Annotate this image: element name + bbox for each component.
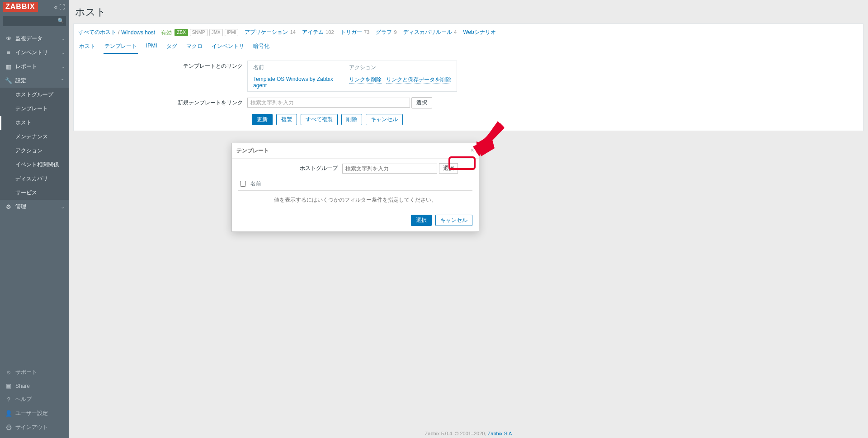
bar-chart-icon: ▥ — [5, 63, 13, 70]
unlink-clear-link[interactable]: リンクと保存データを削除 — [386, 76, 451, 84]
badge-jmx: JMX — [209, 29, 223, 36]
tab-host[interactable]: ホスト — [78, 41, 96, 54]
sidebar-search: 🔍 — [3, 16, 66, 26]
link-web[interactable]: Webシナリオ — [463, 29, 495, 35]
breadcrumb-all-hosts[interactable]: すべてのホスト — [78, 28, 116, 36]
eye-icon: 👁 — [5, 35, 13, 42]
sidebar-menu: 👁監視データ⌵ ≡インベントリ⌵ ▥レポート⌵ 🔧設定⌃ ホストグループ テンプ… — [0, 32, 69, 140]
label-link-new-template: 新規テンプレートをリンク — [78, 97, 247, 108]
page-title: ホスト — [75, 5, 863, 19]
button-row: 更新 複製 すべて複製 削除 キャンセル — [252, 114, 859, 125]
row-link-new-template: 新規テンプレートをリンク 選択 — [78, 97, 859, 108]
link-discovery[interactable]: ディスカバリルール — [403, 29, 452, 35]
sidebar-sub-hosts[interactable]: ホスト — [0, 116, 69, 130]
tab-templates[interactable]: テンプレート — [104, 41, 138, 54]
tab-ipmi[interactable]: IPMI — [145, 41, 158, 54]
breadcrumb-separator: / — [118, 29, 119, 36]
breadcrumb-host[interactable]: Windows host — [121, 29, 155, 36]
sidebar-item-config[interactable]: 🔧設定⌃ — [0, 74, 69, 88]
content-box: すべてのホスト / Windows host 有効 ZBX SNMP JMX I… — [73, 24, 863, 131]
sidebar-item-monitoring[interactable]: 👁監視データ⌵ — [0, 32, 69, 46]
popout-icon[interactable]: ⛶ — [58, 4, 66, 10]
th-name: 名前 — [249, 62, 344, 73]
unlink-link[interactable]: リンクを削除 — [349, 76, 382, 84]
new-template-input[interactable] — [247, 98, 410, 108]
sidebar-sub-hostgroups[interactable]: ホストグループ — [0, 88, 69, 102]
link-items[interactable]: アイテム — [302, 29, 324, 35]
th-action: アクション — [344, 62, 456, 73]
tab-macros[interactable]: マクロ — [185, 41, 203, 54]
sidebar: ZABBIX « ⛶ 🔍 👁監視データ⌵ ≡インベントリ⌵ ▥レポート⌵ 🔧設定… — [0, 0, 69, 140]
badge-snmp: SNMP — [190, 29, 208, 36]
full-clone-button[interactable]: すべて複製 — [301, 114, 338, 125]
chevron-down-icon: ⌵ — [61, 36, 64, 41]
status-enabled: 有効 — [160, 29, 173, 36]
cancel-button[interactable]: キャンセル — [366, 114, 403, 125]
brand-logo[interactable]: ZABBIX — [3, 2, 38, 12]
row-linked-templates: テンプレートとのリンク 名前 アクション Template OS Windows… — [78, 61, 859, 92]
label-linked-templates: テンプレートとのリンク — [78, 61, 247, 92]
new-template-select-button[interactable]: 選択 — [411, 97, 432, 108]
tab-inventory[interactable]: インベントリ — [211, 41, 245, 54]
sidebar-top: ZABBIX « ⛶ — [0, 0, 69, 14]
badge-zbx: ZBX — [175, 29, 188, 36]
search-input[interactable] — [3, 16, 66, 26]
update-button[interactable]: 更新 — [252, 114, 273, 125]
tab-encryption[interactable]: 暗号化 — [252, 41, 270, 54]
badge-ipmi: IPMI — [225, 29, 239, 36]
linked-templates-table: 名前 アクション Template OS Windows by Zabbix a… — [247, 61, 457, 92]
sidebar-sub-maintenance[interactable]: メンテナンス — [0, 130, 69, 140]
chevron-down-icon: ⌵ — [61, 64, 64, 69]
list-icon: ≡ — [5, 49, 13, 56]
link-graphs[interactable]: グラフ — [376, 29, 392, 35]
clone-button[interactable]: 複製 — [276, 114, 297, 125]
collapse-sidebar-icon[interactable]: « — [53, 4, 58, 10]
table-row: Template OS Windows by Zabbix agent リンクを… — [249, 74, 456, 90]
breadcrumb-row: すべてのホスト / Windows host 有効 ZBX SNMP JMX I… — [78, 28, 859, 36]
wrench-icon: 🔧 — [5, 77, 13, 84]
link-triggers[interactable]: トリガー — [340, 29, 362, 35]
sidebar-sub-templates[interactable]: テンプレート — [0, 102, 69, 116]
delete-button[interactable]: 削除 — [341, 114, 362, 125]
page: ホスト すべてのホスト / Windows host 有効 ZBX SNMP J… — [69, 0, 868, 140]
tabs: ホスト テンプレート IPMI タグ マクロ インベントリ 暗号化 — [78, 41, 859, 54]
chevron-up-icon: ⌃ — [61, 78, 64, 83]
link-applications[interactable]: アプリケーション — [245, 29, 288, 35]
tab-tags[interactable]: タグ — [165, 41, 178, 54]
sidebar-item-reports[interactable]: ▥レポート⌵ — [0, 60, 69, 74]
chevron-down-icon: ⌵ — [61, 50, 64, 55]
linked-template-link[interactable]: Template OS Windows by Zabbix agent — [253, 76, 333, 89]
sidebar-item-inventory[interactable]: ≡インベントリ⌵ — [0, 46, 69, 60]
